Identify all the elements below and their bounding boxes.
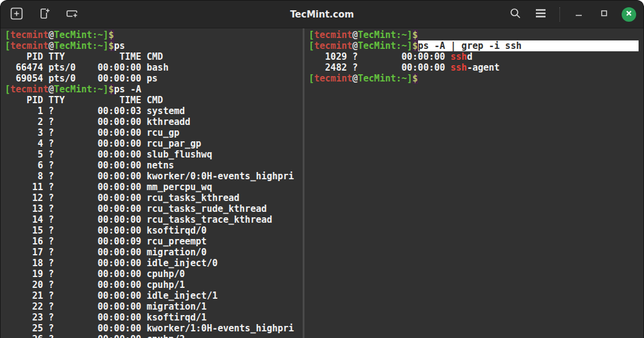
terminal-line: 22 ? 00:00:00 migration/1: [5, 301, 298, 312]
terminal-area: [tecmint@TecMint:~]$[tecmint@TecMint:~]$…: [1, 28, 643, 338]
terminal-line: 23 ? 00:00:00 ksoftirqd/1: [5, 312, 298, 323]
titlebar-left-buttons: [1, 7, 80, 22]
terminal-line: 19 ? 00:00:00 cpuhp/0: [5, 269, 298, 279]
search-icon: [509, 7, 521, 21]
terminal-line: [tecmint@TecMint:~]$: [309, 73, 639, 84]
close-button[interactable]: [622, 7, 636, 22]
terminal-pane-left[interactable]: [tecmint@TecMint:~]$[tecmint@TecMint:~]$…: [1, 28, 303, 338]
maximize-button[interactable]: [596, 7, 612, 22]
terminal-line: 4 ? 00:00:00 rcu_par_gp: [5, 138, 298, 149]
terminal-line: [tecmint@TecMint:~]$ps: [5, 40, 298, 51]
terminal-output-right: [tecmint@TecMint:~]$[tecmint@TecMint:~]$…: [304, 28, 643, 84]
terminal-line: [tecmint@TecMint:~]$: [309, 30, 639, 40]
new-session-button[interactable]: [8, 7, 24, 22]
minimize-icon: [575, 9, 583, 19]
terminal-line: 6 ? 00:00:00 netns: [5, 160, 298, 171]
terminal-line: 2482 ? 00:00:00 ssh-agent: [309, 62, 639, 73]
terminal-window: TecMint.com: [0, 0, 644, 338]
titlebar-separator: [559, 7, 560, 22]
terminal-line: 25 ? 00:00:00 kworker/1:0H-events_highpr…: [5, 323, 298, 334]
terminal-line: [tecmint@TecMint:~]$ps -A: [5, 84, 298, 95]
terminal-line: 8 ? 00:00:00 kworker/0:0H-events_highpri: [5, 171, 298, 182]
minimize-button[interactable]: [571, 7, 587, 22]
terminal-line: 15 ? 00:00:00 ksoftirqd/0: [5, 225, 298, 236]
maximize-icon: [600, 9, 608, 19]
terminal-line: 14 ? 00:00:00 rcu_tasks_trace_kthread: [5, 214, 298, 225]
terminal-line: PID TTY TIME CMD: [5, 95, 298, 106]
terminal-line: [tecmint@TecMint:~]$ps -A | grep -i ssh: [309, 40, 639, 51]
terminal-line: 12 ? 00:00:00 rcu_tasks_kthread: [5, 193, 298, 203]
terminal-pane-right[interactable]: [tecmint@TecMint:~]$[tecmint@TecMint:~]$…: [304, 28, 643, 338]
add-terminal-down-button[interactable]: [64, 7, 80, 22]
terminal-line: [tecmint@TecMint:~]$: [5, 30, 298, 40]
terminal-line: 16 ? 00:00:09 rcu_preempt: [5, 236, 298, 247]
terminal-line: 3 ? 00:00:00 rcu_gp: [5, 127, 298, 138]
terminal-line: 69054 pts/0 00:00:00 ps: [5, 73, 298, 84]
close-icon: [625, 10, 633, 19]
terminal-line: 1029 ? 00:00:00 sshd: [309, 51, 639, 62]
terminal-line: 26 ? 00:00:00 cpuhp/2: [5, 334, 298, 338]
terminal-line: 13 ? 00:00:00 rcu_tasks_rude_kthread: [5, 203, 298, 214]
search-button[interactable]: [507, 7, 523, 22]
add-terminal-right-icon: [38, 7, 51, 22]
add-terminal-down-icon: [65, 7, 79, 22]
titlebar-right-buttons: [507, 7, 643, 22]
terminal-line: 21 ? 00:00:00 idle_inject/1: [5, 290, 298, 301]
terminal-line: 18 ? 00:00:00 idle_inject/0: [5, 258, 298, 269]
menu-icon: [535, 8, 547, 21]
new-session-plus-square-icon: [10, 7, 23, 22]
terminal-line: PID TTY TIME CMD: [5, 51, 298, 62]
terminal-output-left: [tecmint@TecMint:~]$[tecmint@TecMint:~]$…: [1, 28, 303, 338]
titlebar[interactable]: TecMint.com: [1, 1, 643, 28]
terminal-line: 66474 pts/0 00:00:00 bash: [5, 62, 298, 73]
terminal-line: 20 ? 00:00:00 cpuhp/1: [5, 279, 298, 290]
terminal-line: 2 ? 00:00:00 kthreadd: [5, 116, 298, 127]
terminal-line: 5 ? 00:00:00 slub_flushwq: [5, 149, 298, 160]
terminal-line: 17 ? 00:00:00 migration/0: [5, 247, 298, 258]
add-terminal-right-button[interactable]: [36, 7, 52, 22]
menu-button[interactable]: [533, 7, 549, 22]
terminal-line: 1 ? 00:00:03 systemd: [5, 106, 298, 116]
terminal-line: 11 ? 00:00:00 mm_percpu_wq: [5, 182, 298, 193]
